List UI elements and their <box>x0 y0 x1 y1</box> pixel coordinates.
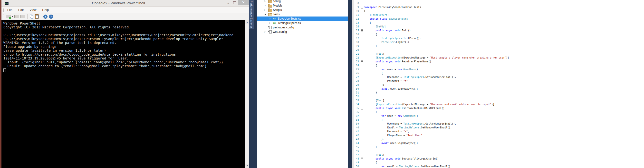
collapse-box-icon[interactable] <box>361 107 363 109</box>
copy-icon[interactable] <box>30 14 34 18</box>
next-console-icon[interactable]: → <box>20 15 25 18</box>
new-console-icon[interactable]: + <box>6 15 10 18</box>
tree-item-config[interactable]: ▷config <box>257 0 348 3</box>
expander-collapsed-icon[interactable]: ▷ <box>264 9 266 11</box>
tree-item-scripts[interactable]: ▷Scripts <box>257 8 348 12</box>
scrollbar-up-icon[interactable]: ▲ <box>245 20 249 24</box>
code-text: public async void RequiresPlayerName() <box>364 60 431 64</box>
code-text: await user.SignUpAsync(); <box>364 141 418 145</box>
code-text: [TestFixture] <box>364 13 389 17</box>
editor-line: 16 { <box>352 33 377 36</box>
code-text: }; <box>364 137 384 141</box>
fold-margin <box>360 68 364 71</box>
fold-margin <box>360 165 364 168</box>
line-number: 32 <box>352 95 360 98</box>
performance-explorer-tab[interactable]: Performance Explorer <box>249 0 254 29</box>
console-scrollbar[interactable]: ▲ ▼ <box>245 20 249 168</box>
collapse-box-icon[interactable] <box>361 29 363 32</box>
outline-guide-line <box>362 75 362 79</box>
editor-line: 17 TestingHelpers.InitParse(); <box>352 36 421 40</box>
fold-margin <box>360 122 364 126</box>
editor-line: 25 var user = new GameUser() <box>352 68 418 71</box>
collapse-box-icon[interactable] <box>361 158 363 160</box>
fold-margin <box>360 134 364 137</box>
outline-guide-line <box>362 145 362 149</box>
expander-collapsed-icon[interactable]: ▷ <box>264 0 266 2</box>
tree-item-testinghelpers-cs[interactable]: ▷C#TestingHelpers.cs <box>257 21 348 25</box>
expander-collapsed-icon[interactable]: ▷ <box>268 17 271 20</box>
menu-item-view[interactable]: View <box>30 8 36 12</box>
editor-line: 49 { <box>352 161 377 165</box>
fold-margin <box>360 79 364 83</box>
tree-item-saveusertests-cs[interactable]: ▷C#SaveUserTests.cs <box>257 16 348 21</box>
code-text: { <box>364 21 371 25</box>
editor-line: 40 Email = TestingHelpers.GetRandomUserE… <box>352 126 452 130</box>
editor-line: 47 [Test] <box>352 153 384 157</box>
line-number: 23 <box>352 60 360 64</box>
tree-item-label: Models <box>273 4 282 7</box>
maximize-button[interactable] <box>232 1 237 5</box>
fold-margin <box>360 52 364 56</box>
tree-item-packages-config[interactable]: packages.config <box>257 25 348 30</box>
scrollbar-down-icon[interactable]: ▼ <box>245 164 249 168</box>
line-number: 29 <box>352 83 360 87</box>
maximize-icon <box>233 1 236 4</box>
expander-collapsed-icon[interactable]: ▷ <box>264 4 266 6</box>
line-number: 49 <box>352 161 360 165</box>
tree-item-tests[interactable]: ◢Tests <box>257 12 348 16</box>
tree-item-web-config[interactable]: ▷web.config <box>257 30 348 34</box>
code-text: [Test] <box>364 52 384 56</box>
code-text: [ExpectedException(ExpectedMessage = "Mu… <box>364 56 509 60</box>
line-number: 8 <box>352 1 360 5</box>
editor-line: 34 [ExpectedException(ExpectedMessage = … <box>352 102 494 106</box>
expander-collapsed-icon[interactable]: ▷ <box>268 22 271 24</box>
code-text: public async void Init() <box>364 29 411 33</box>
previous-console-icon[interactable]: ← <box>14 15 19 18</box>
code-text: [SetUp] <box>364 25 386 29</box>
paste-icon[interactable] <box>35 14 39 19</box>
menu-item-help[interactable]: Help <box>42 8 49 12</box>
line-number: 35 <box>352 106 360 110</box>
line-number: 24 <box>352 64 360 68</box>
line-number: 10 <box>352 9 360 13</box>
collapse-box-icon[interactable] <box>361 61 363 63</box>
line-number: 9 <box>352 5 360 9</box>
code-text: [ExpectedException(ExpectedMessage = "Us… <box>364 102 494 106</box>
expander-expanded-icon[interactable]: ◢ <box>264 13 266 15</box>
collapse-box-icon[interactable] <box>361 18 363 20</box>
fold-margin <box>360 141 364 145</box>
fold-margin <box>360 98 364 102</box>
tree-item-label: Tests <box>273 13 280 16</box>
close-button[interactable]: ✕ <box>238 0 249 5</box>
menu-item-file[interactable]: File <box>7 8 12 12</box>
expander-collapsed-icon[interactable]: ▷ <box>264 31 266 33</box>
outline-guide-line <box>362 137 362 141</box>
editor-line: 31 } <box>352 91 377 95</box>
code-editor[interactable]: 89namespace ParseUnitySampleBackend.Test… <box>352 0 644 168</box>
editor-line: 23 public async void RequiresPlayerName(… <box>352 60 431 64</box>
toolbar-separator <box>41 14 41 19</box>
about-icon[interactable]: ? <box>49 14 53 19</box>
minimize-button[interactable]: – <box>226 1 231 5</box>
info-icon[interactable]: i <box>43 14 48 19</box>
new-console-dropdown-icon[interactable]: ▾ <box>12 15 13 18</box>
console-output[interactable]: Windows PowerShellCopyright (C) 2013 Mic… <box>2 20 245 168</box>
editor-line: 42 PlayerName = "Test User" <box>352 134 422 137</box>
editor-line: 11 [TestFixture] <box>352 13 389 17</box>
console-output-line <box>4 29 245 33</box>
fold-margin <box>360 44 364 48</box>
editor-line: 46 <box>352 149 364 153</box>
collapse-box-icon[interactable] <box>361 6 363 8</box>
outline-guide-line <box>362 134 362 137</box>
line-number: 38 <box>352 118 360 122</box>
code-text: } <box>364 145 377 149</box>
menu-item-edit[interactable]: Edit <box>18 8 24 12</box>
editor-line: 32 <box>352 95 364 98</box>
outline-guide-line <box>362 114 362 118</box>
fold-margin <box>360 149 364 153</box>
fold-margin <box>360 87 364 91</box>
fold-margin <box>360 56 364 60</box>
tree-item-models[interactable]: ▷Models <box>257 3 348 8</box>
outline-guide-line <box>362 9 362 13</box>
fold-margin <box>360 75 364 79</box>
